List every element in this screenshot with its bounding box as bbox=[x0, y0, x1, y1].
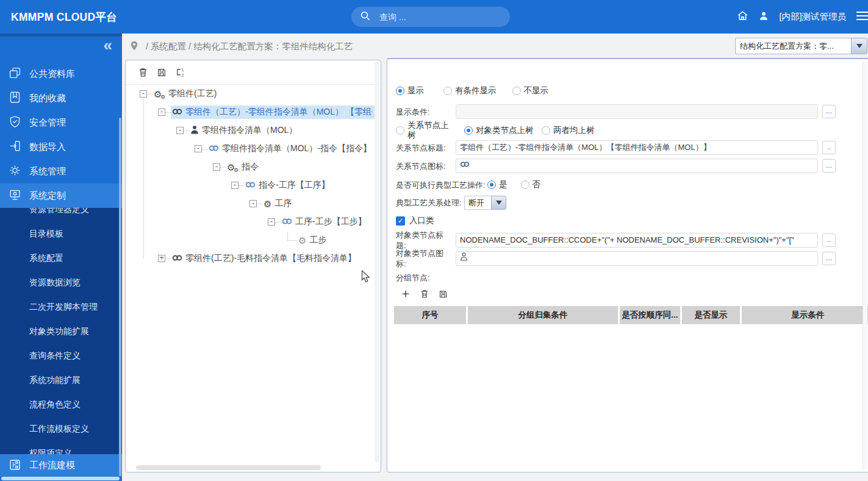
submenu-item-system-config[interactable]: 系统配置 bbox=[0, 246, 122, 271]
radio-no[interactable]: 否 bbox=[521, 179, 541, 190]
radio-conditional-display[interactable]: 有条件显示 bbox=[443, 85, 497, 96]
menu-icon[interactable] bbox=[856, 11, 868, 23]
tree-vertical-scrollbar[interactable] bbox=[375, 62, 379, 462]
form-panel-vertical-scrollbar[interactable] bbox=[863, 62, 867, 469]
delete-button[interactable] bbox=[138, 67, 148, 77]
expander-collapse-box[interactable]: - bbox=[231, 182, 239, 189]
submenu-item-permission-def[interactable]: 权限项定义 bbox=[0, 441, 122, 454]
display-condition-input[interactable] bbox=[456, 104, 818, 119]
sidebar-item-system-custom[interactable]: 系统定制 bbox=[0, 183, 122, 208]
add-button[interactable] bbox=[401, 289, 411, 299]
column-header-order-sync[interactable]: 是否按顺序同... bbox=[620, 306, 682, 324]
tree-node-mol-instruction[interactable]: - 零组件指令清单（MOL）-指令【指令】 bbox=[126, 140, 375, 158]
save-button[interactable] bbox=[157, 68, 167, 77]
typical-process-rel-dropdown[interactable]: 断开 bbox=[464, 196, 506, 210]
submenu-item-script-mgmt[interactable]: 二次开发脚本管理 bbox=[0, 295, 122, 319]
typical-process-rel-label: 典型工艺关系处理: bbox=[396, 198, 469, 208]
sidebar-vertical-scrollbar[interactable] bbox=[119, 118, 121, 476]
radio-no-display[interactable]: 不显示 bbox=[512, 85, 549, 96]
sidebar-item-system-admin[interactable]: 系统管理 bbox=[0, 159, 122, 183]
relation-node-icon-ellipsis-button[interactable]: ... bbox=[822, 159, 836, 173]
radio-icon bbox=[396, 87, 404, 95]
submenu-item-query-condition-def[interactable]: 查询条件定义 bbox=[0, 344, 122, 368]
object-node-icon-ellipsis-button[interactable]: ... bbox=[822, 252, 836, 265]
entry-class-label: 入口类 bbox=[409, 215, 434, 226]
tree-horizontal-scrollbar[interactable] bbox=[136, 465, 321, 470]
tree-node-relation-mol[interactable]: - 零组件（工艺）-零组件指令清单（MOL） 【零组件指令清单（MOL）】 bbox=[126, 103, 375, 121]
submenu-item-catalog-template[interactable]: 目录模板 bbox=[0, 222, 122, 246]
expander-collapse-box[interactable]: - bbox=[158, 109, 165, 116]
tree-node-raw-material-list[interactable]: + 零组件(工艺)-毛料指令清单【毛料指令清单】 bbox=[126, 249, 375, 268]
radio-objectclass-node-on-tree[interactable]: 对象类节点上树 bbox=[464, 125, 534, 136]
save-button[interactable] bbox=[439, 290, 448, 299]
column-header-seq[interactable]: 序号 bbox=[394, 306, 468, 324]
radio-relation-node-on-tree[interactable]: 关系节点上树 bbox=[396, 121, 451, 140]
typical-process-rel-row: 典型工艺关系处理: 断开 bbox=[396, 195, 868, 210]
tree-node-process[interactable]: - 工序 bbox=[126, 194, 375, 213]
mouse-cursor bbox=[361, 270, 370, 286]
link-icon bbox=[209, 144, 219, 154]
submenu-item-process-role-def[interactable]: 流程角色定义 bbox=[0, 393, 122, 417]
scheme-selector[interactable]: 结构化工艺配置方案：零... bbox=[735, 38, 867, 54]
relation-node-icon-input[interactable] bbox=[456, 159, 818, 173]
sidebar-item-workflow-modeling[interactable]: 工作流建模 bbox=[0, 454, 122, 477]
relation-node-title-label: 关系节点标题: bbox=[396, 143, 456, 153]
expander-collapse-box[interactable]: - bbox=[176, 127, 184, 134]
global-search-box[interactable] bbox=[351, 7, 510, 27]
radio-yes[interactable]: 是 bbox=[487, 179, 508, 190]
expand-levels-button[interactable]: 12 bbox=[175, 67, 186, 78]
delete-button[interactable] bbox=[420, 289, 429, 299]
expander-collapse-box[interactable]: - bbox=[268, 218, 275, 226]
sidebar-horizontal-scrollbar[interactable] bbox=[1, 477, 120, 480]
tree-node-step[interactable]: 工步 bbox=[126, 231, 375, 249]
object-node-title-input[interactable]: NODENAME_DOC_BUFFER::CCODE+"("+ NODENAME… bbox=[456, 233, 818, 248]
sidebar-item-label: 系统管理 bbox=[29, 166, 66, 177]
tree-node-instruction-process[interactable]: - 指令-工序【工序】 bbox=[126, 176, 375, 194]
expander-collapse-box[interactable]: - bbox=[140, 90, 147, 98]
link-icon bbox=[282, 217, 292, 227]
tree-node-mol-class[interactable]: - 零组件指令清单（MOL） bbox=[126, 121, 375, 140]
submenu-item-system-function-ext[interactable]: 系统功能扩展 bbox=[0, 368, 122, 393]
relation-node-title-input[interactable]: 零组件（工艺）-零组件指令清单（MOL）【零组件指令清单（MOL）】 bbox=[456, 140, 818, 155]
user-icon[interactable] bbox=[758, 10, 769, 24]
sidebar-item-security[interactable]: 安全管理 bbox=[0, 110, 122, 135]
tree-node-instruction[interactable]: - 指令 bbox=[126, 158, 375, 176]
sidebar-collapse-button[interactable]: « bbox=[104, 36, 112, 55]
radio-display[interactable]: 显示 bbox=[396, 85, 424, 96]
display-condition-ellipsis-button[interactable]: ... bbox=[822, 105, 836, 118]
radio-icon bbox=[464, 126, 473, 135]
tree-node-root[interactable]: - 零组件(工艺) bbox=[126, 85, 375, 103]
object-node-icon-input[interactable] bbox=[456, 251, 818, 266]
application-window: KMMPM CLOUD平台 [内部]测试管理员 « bbox=[0, 0, 868, 481]
tree-node-label: 工序 bbox=[274, 198, 292, 209]
typical-process-op-label: 是否可执行典型工艺操作: bbox=[396, 180, 487, 190]
svg-text:1: 1 bbox=[182, 67, 184, 71]
sidebar-item-public-library[interactable]: 公共资料库 bbox=[0, 62, 122, 86]
column-header-display-condition[interactable]: 显示条件 bbox=[742, 306, 868, 324]
search-input[interactable] bbox=[379, 12, 489, 22]
column-header-group-condition[interactable]: 分组归集条件 bbox=[468, 306, 620, 324]
home-icon[interactable] bbox=[737, 10, 748, 24]
sidebar-item-favorites[interactable]: 我的收藏 bbox=[0, 86, 122, 110]
expander-collapse-box[interactable]: - bbox=[213, 163, 220, 171]
scheme-selector-dropdown-button[interactable] bbox=[851, 38, 867, 54]
sidebar-item-label: 公共资料库 bbox=[29, 68, 75, 80]
expander-collapse-box[interactable]: - bbox=[249, 200, 257, 207]
submenu-item-resource-manager-def[interactable]: 资源管理器定义 bbox=[0, 208, 122, 222]
radio-both-on-tree[interactable]: 两者均上树 bbox=[542, 125, 595, 136]
expander-expand-box[interactable]: + bbox=[158, 255, 165, 262]
breadcrumb-bar: / 系统配置 / 结构化工艺配置方案：零组件结构化工艺 结构化工艺配置方案：零.… bbox=[122, 34, 868, 60]
sidebar-item-data-import[interactable]: 数据导入 bbox=[0, 135, 122, 159]
object-node-title-ellipsis-button[interactable]: .. bbox=[822, 233, 836, 247]
dropdown-button[interactable] bbox=[491, 196, 506, 210]
submenu-item-objectclass-ext[interactable]: 对象类功能扩展 bbox=[0, 319, 122, 344]
relation-node-title-ellipsis-button[interactable]: .. bbox=[822, 141, 836, 154]
submenu-item-resource-data-browse[interactable]: 资源数据浏览 bbox=[0, 271, 122, 295]
column-header-visible[interactable]: 是否显示 bbox=[682, 306, 742, 324]
submenu-item-workflow-template-def[interactable]: 工作流模板定义 bbox=[0, 417, 122, 441]
expander-collapse-box[interactable]: - bbox=[195, 145, 202, 152]
tree-node-process-step[interactable]: - 工步工序-工步【工步】 bbox=[126, 213, 375, 231]
entry-class-checkbox[interactable]: ✓ bbox=[396, 216, 405, 226]
sidebar-item-label: 工作流建模 bbox=[29, 460, 75, 471]
current-user-label[interactable]: [内部]测试管理员 bbox=[779, 11, 846, 23]
